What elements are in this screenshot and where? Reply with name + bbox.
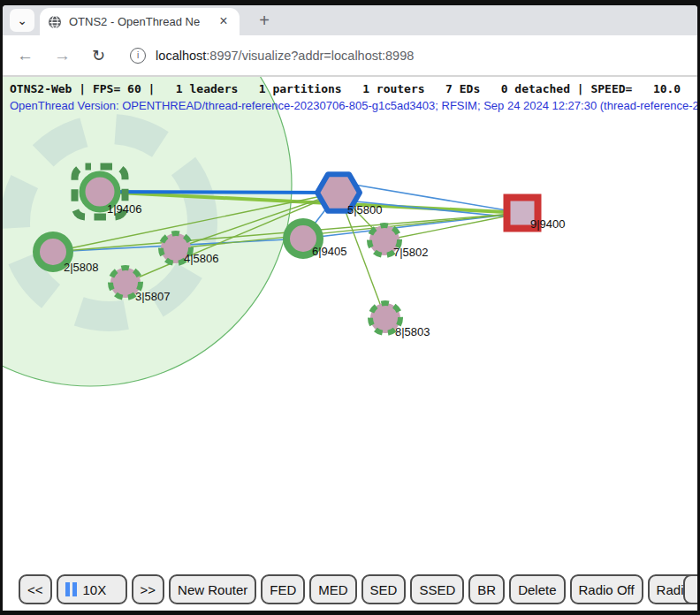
url-path: :8997/visualize?addr=localhost:8998	[206, 49, 414, 63]
favicon-globe-icon	[48, 15, 62, 29]
node-label-8-5803: 8|5803	[395, 325, 430, 338]
node-label-6-9405: 6|9405	[312, 245, 347, 258]
site-info-icon[interactable]: i	[130, 48, 146, 64]
address-bar: ← → ↻ i localhost:8997/visualize?addr=lo…	[3, 35, 697, 75]
toolbar-button-speed[interactable]: 10X	[57, 574, 127, 604]
tab-otns2[interactable]: OTNS2 - OpenThread Ne ×	[40, 8, 240, 35]
url-field[interactable]: localhost:8997/visualize?addr=localhost:…	[156, 49, 414, 63]
screenshot-frame: ⌄ OTNS2 - OpenThread Ne × + ← →	[0, 0, 700, 615]
otns-page: 1|94062|58083|58074|58065|58006|94057|58…	[3, 77, 697, 611]
toolbar-button-step-back[interactable]: <<	[19, 574, 52, 604]
tab-title: OTNS2 - OpenThread Ne	[69, 15, 209, 28]
node-label-2-5808: 2|5808	[64, 261, 99, 274]
browser-window: ⌄ OTNS2 - OpenThread Ne × + ← →	[3, 5, 697, 611]
new-tab-button[interactable]: +	[253, 9, 276, 32]
stats-line: OTNS2-Web | FPS= 60 | 1 leaders 1 partit…	[10, 82, 681, 95]
link-19406-55800	[100, 192, 339, 193]
toolbar-button-sed[interactable]: SED	[361, 574, 407, 604]
url-host: localhost	[156, 49, 206, 63]
node-label-4-5806: 4|5806	[184, 252, 219, 265]
network-canvas[interactable]: 1|94062|58083|58074|58065|58006|94057|58…	[3, 77, 697, 577]
toolbar-button-ssed[interactable]: SSED	[410, 574, 464, 604]
reload-icon[interactable]: ↻	[92, 48, 105, 64]
node-label-7-5802: 7|5802	[393, 246, 429, 259]
toolbar-button-radio-off[interactable]: Radio Off	[570, 574, 643, 604]
tab-search-button[interactable]: ⌄	[10, 9, 34, 32]
forward-icon[interactable]: →	[54, 47, 71, 64]
tab-strip: ⌄ OTNS2 - OpenThread Ne × +	[3, 5, 697, 35]
chevron-down-icon: ⌄	[17, 13, 27, 27]
node-label-5-5800: 5|5800	[347, 203, 383, 216]
node-label-3-5807: 3|5807	[135, 290, 171, 303]
action-toolbar: <<10X>>New RouterFEDMEDSEDSSEDBRDeleteRa…	[19, 574, 697, 604]
toolbar-button-med[interactable]: MED	[309, 574, 356, 604]
node-label-1-9406: 1|9406	[107, 202, 142, 216]
toolbar-button-fed[interactable]: FED	[261, 574, 305, 604]
pause-icon	[65, 582, 77, 596]
toolbar-button-partial[interactable]	[683, 574, 697, 604]
toolbar-button-br[interactable]: BR	[468, 574, 505, 604]
back-icon[interactable]: ←	[17, 47, 34, 64]
node-label-9-9400: 9|9400	[530, 217, 566, 231]
toolbar-button-step-forward[interactable]: >>	[132, 574, 165, 604]
tab-close-icon[interactable]: ×	[216, 14, 232, 30]
toolbar-button-new-router[interactable]: New Router	[169, 574, 256, 604]
version-line: OpenThread Version: OPENTHREAD/thread-re…	[10, 99, 697, 112]
plus-icon: +	[259, 11, 270, 31]
toolbar-button-delete[interactable]: Delete	[509, 574, 565, 604]
